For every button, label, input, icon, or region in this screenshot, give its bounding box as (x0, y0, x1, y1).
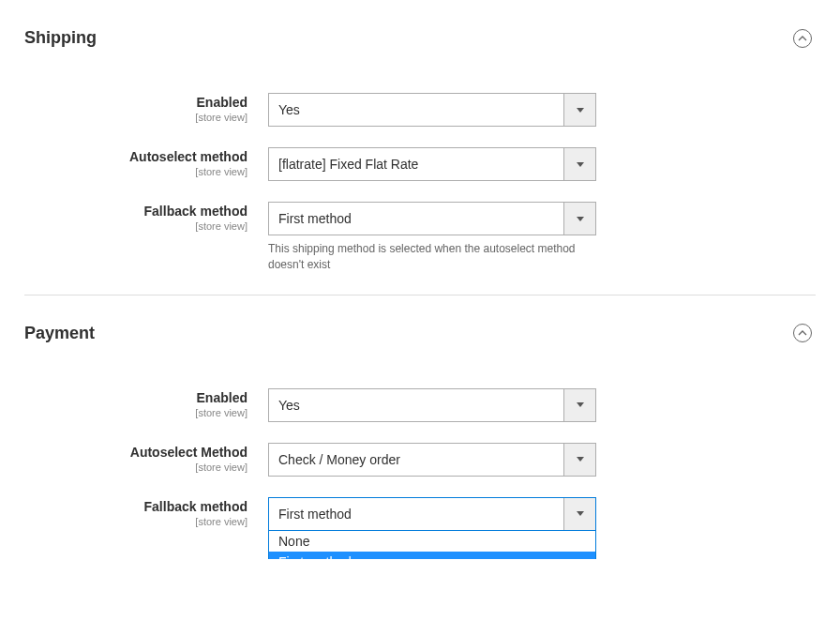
payment-enabled-row: Enabled [store view] Yes (24, 388, 816, 422)
shipping-section-body: Enabled [store view] Yes Autoselect meth… (24, 55, 816, 274)
shipping-enabled-row: Enabled [store view] Yes (24, 93, 816, 127)
payment-section-body: Enabled [store view] Yes Autoselect Meth… (24, 351, 816, 531)
field-scope: [store view] (24, 407, 248, 418)
shipping-fallback-row: Fallback method [store view] First metho… (24, 202, 816, 274)
payment-section-title: Payment (24, 324, 95, 343)
shipping-section-title: Shipping (24, 28, 97, 48)
shipping-enabled-value: Yes (269, 102, 563, 117)
payment-fallback-select[interactable]: First method NoneFirst methodLast method (268, 497, 596, 531)
dropdown-option[interactable]: First method (269, 552, 595, 559)
payment-autoselect-row: Autoselect Method [store view] Check / M… (24, 443, 816, 477)
chevron-up-icon[interactable] (793, 324, 812, 342)
payment-enabled-select[interactable]: Yes (268, 388, 596, 422)
chevron-down-icon (563, 498, 595, 530)
chevron-down-icon (563, 148, 595, 180)
shipping-autoselect-value: [flatrate] Fixed Flat Rate (269, 157, 563, 172)
shipping-autoselect-select[interactable]: [flatrate] Fixed Flat Rate (268, 147, 596, 181)
chevron-down-icon (563, 203, 595, 235)
field-scope: [store view] (24, 462, 248, 473)
chevron-up-icon[interactable] (793, 29, 812, 48)
payment-fallback-value: First method (269, 507, 563, 522)
payment-fallback-row: Fallback method [store view] First metho… (24, 497, 816, 531)
shipping-fallback-select[interactable]: First method (268, 202, 596, 235)
payment-enabled-label: Enabled (197, 390, 248, 405)
chevron-down-icon (563, 94, 595, 126)
shipping-enabled-select[interactable]: Yes (268, 93, 596, 127)
dropdown-option[interactable]: None (269, 531, 595, 552)
shipping-section: Shipping Enabled [store view] Yes (24, 0, 816, 274)
shipping-autoselect-row: Autoselect method [store view] [flatrate… (24, 147, 816, 181)
payment-enabled-value: Yes (269, 398, 563, 413)
payment-section: Payment Enabled [store view] Yes (24, 295, 816, 531)
field-scope: [store view] (24, 220, 248, 232)
shipping-fallback-label: Fallback method (144, 204, 248, 219)
field-scope: [store view] (24, 166, 248, 177)
field-scope: [store view] (24, 516, 248, 527)
payment-autoselect-select[interactable]: Check / Money order (268, 443, 596, 477)
payment-fallback-label: Fallback method (144, 499, 248, 514)
shipping-enabled-label: Enabled (197, 95, 248, 110)
shipping-fallback-note: This shipping method is selected when th… (268, 241, 596, 274)
payment-autoselect-value: Check / Money order (269, 452, 563, 467)
field-scope: [store view] (24, 112, 248, 123)
shipping-fallback-value: First method (269, 211, 563, 226)
shipping-autoselect-label: Autoselect method (129, 149, 248, 164)
payment-fallback-dropdown: NoneFirst methodLast method (268, 531, 596, 559)
shipping-section-header[interactable]: Shipping (24, 28, 816, 55)
payment-autoselect-label: Autoselect Method (130, 445, 248, 460)
payment-section-header[interactable]: Payment (24, 324, 816, 351)
chevron-down-icon (563, 444, 595, 476)
chevron-down-icon (563, 389, 595, 421)
